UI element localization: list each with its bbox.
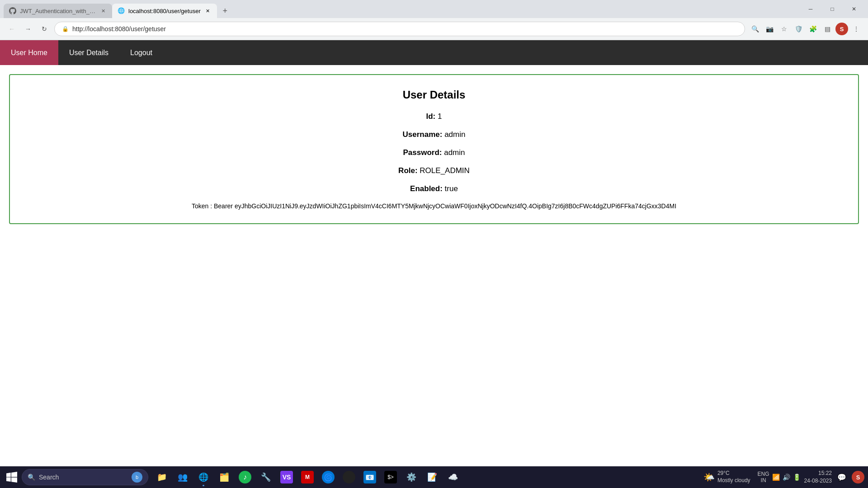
minimize-button[interactable]: ─: [800, 2, 821, 16]
taskbar-search-text: Search: [39, 474, 59, 481]
taskbar-app-outlook[interactable]: 📧: [360, 467, 380, 487]
back-button[interactable]: ←: [5, 23, 18, 35]
clock-date: 24-08-2023: [804, 477, 832, 485]
taskbar-search[interactable]: 🔍 Search b: [22, 469, 148, 485]
battery-icon[interactable]: 🔋: [793, 474, 801, 481]
chrome-icon: 🌐: [197, 471, 210, 483]
password-value: admin: [444, 148, 465, 157]
id-row: Id: 1: [28, 112, 840, 121]
taskbar-app-spotify[interactable]: ♪: [235, 467, 255, 487]
taskbar-app-file-explorer[interactable]: 📁: [152, 467, 172, 487]
main-content: User Details Id: 1 Username: admin Passw…: [0, 65, 868, 233]
system-icons: ENG IN 📶 🔊 🔋: [758, 471, 801, 484]
tab-2[interactable]: 🌐 localhost:8080/user/getuser ✕: [112, 4, 217, 18]
extensions-button[interactable]: 🧩: [807, 23, 819, 35]
user-details-card: User Details Id: 1 Username: admin Passw…: [9, 74, 859, 224]
taskbar-app-folder[interactable]: 🗂️: [214, 467, 234, 487]
taskbar-right: 🌤️ 29°C Mostly cloudy ENG IN 📶 🔊 🔋 15:22…: [700, 469, 864, 485]
forward-button[interactable]: →: [22, 23, 34, 35]
tab-2-close[interactable]: ✕: [204, 7, 212, 14]
taskbar-app-maven[interactable]: M: [297, 467, 317, 487]
notification-button[interactable]: 💬: [835, 471, 848, 483]
taskbar-apps: 📁 👥 🌐 🗂️ ♪ 🔧 VS M 🌀 📧: [152, 467, 463, 487]
id-value: 1: [438, 112, 442, 121]
taskbar-app-cloud[interactable]: ☁️: [443, 467, 463, 487]
globe-icon: 🌐: [118, 7, 125, 14]
search-button[interactable]: 🔍: [749, 23, 761, 35]
token-label: Token :: [192, 202, 212, 210]
nav-item-user-home[interactable]: User Home: [0, 40, 58, 65]
tab-1[interactable]: JWT_Authentication_with_Thyme... ✕: [4, 4, 112, 18]
tab-bar: JWT_Authentication_with_Thyme... ✕ 🌐 loc…: [0, 0, 868, 18]
close-button[interactable]: ✕: [844, 2, 864, 16]
nav-logout-label: Logout: [130, 49, 152, 57]
tab-1-close[interactable]: ✕: [99, 7, 107, 14]
menu-button[interactable]: ⋮: [850, 23, 863, 35]
taskbar-app-edge[interactable]: 🌀: [318, 467, 338, 487]
sidebar-button[interactable]: ▤: [821, 23, 834, 35]
reload-button[interactable]: ↻: [38, 23, 51, 35]
taskbar-app-chrome[interactable]: 🌐: [193, 467, 213, 487]
password-label: Password:: [403, 148, 442, 157]
token-value: Bearer eyJhbGciOiJIUzI1NiJ9.eyJzdWIiOiJh…: [214, 202, 676, 210]
role-value: ROLE_ADMIN: [420, 166, 470, 175]
role-row: Role: ROLE_ADMIN: [28, 166, 840, 175]
nav-user-home-label: User Home: [11, 49, 47, 57]
start-button[interactable]: [4, 469, 20, 485]
maximize-button[interactable]: □: [822, 2, 843, 16]
windows-logo-icon: [6, 472, 17, 483]
tab-2-title: localhost:8080/user/getuser: [128, 8, 201, 14]
enabled-row: Enabled: true: [28, 184, 840, 193]
maven-icon: M: [301, 471, 314, 483]
cortana-icon: b: [132, 472, 142, 483]
shield-button[interactable]: 🛡️: [792, 23, 805, 35]
github-icon: [9, 7, 16, 14]
nav-item-user-details[interactable]: User Details: [58, 40, 119, 65]
weather-widget[interactable]: 🌤️ 29°C Mostly cloudy: [700, 470, 754, 484]
address-bar: ← → ↻ 🔒 http://localhost:8080/user/getus…: [0, 18, 868, 40]
weather-info: 29°C Mostly cloudy: [717, 470, 750, 484]
lang-secondary: IN: [758, 477, 769, 483]
dark-icon: [343, 471, 355, 483]
taskbar-app-dark[interactable]: [339, 467, 359, 487]
volume-icon[interactable]: 🔊: [783, 474, 790, 481]
spotify-icon: ♪: [239, 471, 251, 483]
clock-time: 15:22: [804, 469, 832, 477]
taskbar-app-teams[interactable]: 👥: [173, 467, 193, 487]
toolbar-icons: 🔍 📷 ☆ 🛡️ 🧩 ▤ S ⋮: [749, 23, 863, 35]
lang-icon: ENG IN: [758, 471, 769, 484]
address-text: http://localhost:8080/user/getuser: [72, 25, 166, 33]
gear-icon: ⚙️: [405, 471, 418, 483]
app-container: User Home User Details Logout User Detai…: [0, 40, 868, 233]
role-label: Role:: [398, 166, 418, 175]
cloud-icon: ☁️: [447, 471, 459, 483]
taskbar-clock[interactable]: 15:22 24-08-2023: [804, 469, 832, 485]
taskbar-search-icon: 🔍: [28, 474, 35, 481]
taskbar-app-terminal[interactable]: $>: [381, 467, 401, 487]
taskbar-app-notepad[interactable]: 📝: [422, 467, 442, 487]
weather-condition: Mostly cloudy: [717, 477, 750, 484]
card-title: User Details: [28, 89, 840, 101]
bookmark-button[interactable]: ☆: [778, 23, 790, 35]
outlook-icon: 📧: [363, 471, 376, 483]
file-explorer-icon: 📁: [156, 471, 168, 483]
nav-item-logout[interactable]: Logout: [119, 40, 163, 65]
username-value: admin: [444, 130, 465, 139]
taskbar-profile-avatar[interactable]: S: [852, 471, 864, 483]
taskbar-app-vs[interactable]: VS: [277, 467, 297, 487]
new-tab-button[interactable]: +: [219, 5, 231, 17]
address-input[interactable]: 🔒 http://localhost:8080/user/getuser: [54, 22, 745, 36]
id-label: Id:: [426, 112, 436, 121]
profile-avatar[interactable]: S: [835, 23, 848, 35]
taskbar-app-gear[interactable]: ⚙️: [401, 467, 421, 487]
taskbar: 🔍 Search b 📁 👥 🌐 🗂️ ♪ 🔧 VS M 🌀: [0, 466, 868, 488]
taskbar-app-tool[interactable]: 🔧: [256, 467, 276, 487]
enabled-value: true: [445, 184, 458, 193]
enabled-label: Enabled:: [410, 184, 443, 193]
wifi-icon[interactable]: 📶: [772, 474, 780, 481]
screenshot-button[interactable]: 📷: [763, 23, 776, 35]
weather-temp: 29°C: [717, 470, 750, 477]
lock-icon: 🔒: [62, 26, 69, 32]
nav-user-details-label: User Details: [69, 49, 108, 57]
password-row: Password: admin: [28, 148, 840, 157]
